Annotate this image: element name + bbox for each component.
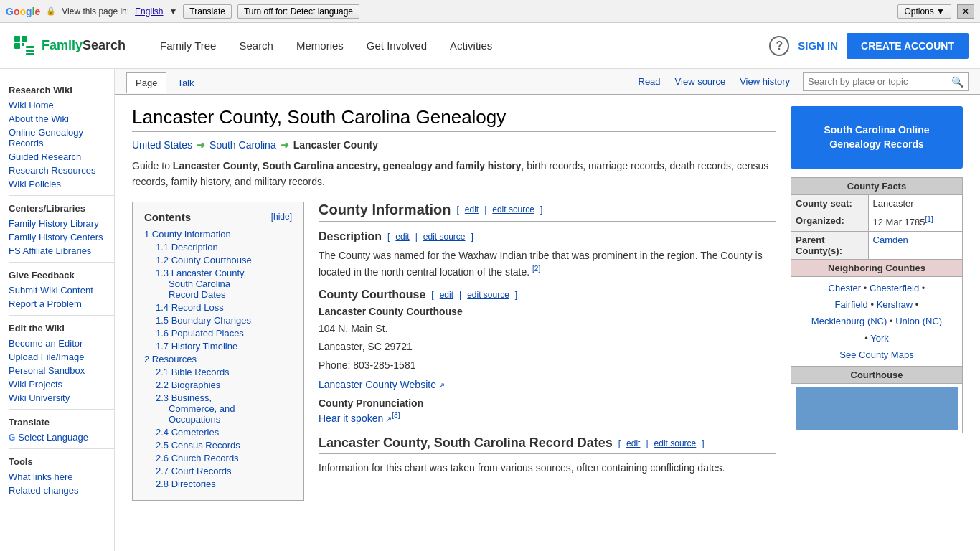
nav-get-involved[interactable]: Get Involved (355, 23, 438, 69)
desc-edit[interactable]: edit (395, 232, 409, 242)
tab-read[interactable]: Read (631, 72, 668, 91)
sidebar-item-about-wiki[interactable]: About the Wiki (9, 113, 114, 124)
turn-off-button[interactable]: Turn off for: Detect language (237, 4, 359, 19)
ch-edit-source[interactable]: edit source (467, 290, 509, 300)
logo-link[interactable]: FamilySearch (11, 33, 126, 59)
rd-edit[interactable]: edit (626, 438, 640, 448)
contents-link-2-3[interactable]: 2.3 Business, Commerce, and Occupations (156, 392, 235, 425)
tab-talk[interactable]: Talk (168, 72, 203, 93)
breadcrumb-sc[interactable]: South Carolina (209, 139, 276, 151)
contents-link-1[interactable]: 1 County Information (144, 229, 231, 240)
translate-bar: Google 🔒 View this page in: English ▼ Tr… (0, 0, 980, 23)
contents-link-2[interactable]: 2 Resources (144, 354, 197, 364)
ch-pipe: | (459, 290, 461, 300)
county-info-edit-source[interactable]: edit source (492, 204, 534, 215)
sidebar-item-become-editor[interactable]: Become an Editor (9, 338, 114, 349)
sidebar-item-wiki-projects[interactable]: Wiki Projects (9, 379, 114, 390)
sidebar-item-wiki-university[interactable]: Wiki University (9, 392, 114, 403)
hear-spoken-link[interactable]: Hear it spoken ↗[3] (319, 413, 400, 424)
breadcrumb-us[interactable]: United States (132, 139, 192, 151)
contents-link-2-4[interactable]: 2.4 Cemeteries (156, 427, 219, 438)
contents-link-1-3[interactable]: 1.3 Lancaster County, South Carolina Rec… (156, 268, 292, 300)
sidebar-item-personal-sandbox[interactable]: Personal Sandbox (9, 365, 114, 376)
county-info-pipe: | (484, 204, 486, 215)
help-button[interactable]: ? (769, 36, 789, 56)
county-info-close-bracket: ] (540, 204, 542, 215)
list-item: 2.1 Bible Records (144, 367, 292, 377)
sidebar-divider-2 (9, 262, 114, 263)
contents-link-2-8[interactable]: 2.8 Directories (156, 479, 216, 489)
sidebar-item-related-changes[interactable]: Related changes (9, 485, 114, 496)
tab-view-source[interactable]: View source (668, 72, 733, 91)
contents-link-2-7[interactable]: 2.7 Court Records (156, 466, 232, 476)
wiki-search-input[interactable] (804, 75, 947, 88)
see-county-maps[interactable]: See County Maps (839, 349, 913, 360)
contents-link-1-4[interactable]: 1.4 Record Loss (156, 302, 224, 313)
neighbor-fairfield[interactable]: Fairfield (835, 299, 868, 310)
neighbor-chester[interactable]: Chester (829, 283, 862, 293)
contents-link-2-2[interactable]: 2.2 Biographies (156, 380, 220, 390)
neighbor-union[interactable]: Union (NC) (895, 316, 942, 326)
contents-link-1-7[interactable]: 1.7 History Timeline (156, 341, 237, 352)
options-button[interactable]: Options ▼ (897, 4, 951, 19)
description-text: The County was named for the Waxhaw Indi… (319, 250, 763, 278)
parent-county-label: Parent County(s): (791, 231, 869, 259)
contents-link-2-5[interactable]: 2.5 Census Records (156, 440, 240, 451)
nav-search[interactable]: Search (227, 23, 285, 69)
list-item: 1.3 Lancaster County, South Carolina Rec… (144, 268, 292, 300)
county-info-edit[interactable]: edit (465, 204, 479, 215)
contents-link-1-2[interactable]: 1.2 County Courthouse (156, 255, 252, 265)
svg-rect-1 (14, 36, 20, 42)
centers-title: Centers/Libraries (9, 203, 114, 214)
nav-memories[interactable]: Memories (285, 23, 355, 69)
contents-link-2-6[interactable]: 2.6 Church Records (156, 453, 239, 463)
create-account-button[interactable]: CREATE ACCOUNT (847, 33, 969, 59)
county-facts-header: County Facts (791, 178, 963, 195)
breadcrumb-current: Lancaster County (293, 139, 378, 151)
rd-edit-source[interactable]: edit source (654, 438, 697, 448)
sc-records-button[interactable]: South Carolina Online Genealogy Records (791, 106, 963, 169)
courthouse-website-link[interactable]: Lancaster County Website ↗ (319, 379, 445, 390)
sidebar-item-wiki-home[interactable]: Wiki Home (9, 100, 114, 110)
ch-edit[interactable]: edit (440, 290, 453, 300)
sidebar-item-fh-centers[interactable]: Family History Centers (9, 232, 114, 242)
tab-view-history[interactable]: View history (732, 72, 797, 91)
sidebar-select-language[interactable]: Select Language (18, 432, 88, 443)
svg-rect-7 (26, 53, 34, 55)
list-item: 1.1 Description (144, 242, 292, 253)
nav-activities[interactable]: Activities (438, 23, 504, 69)
contents-link-1-5[interactable]: 1.5 Boundary Changes (156, 315, 251, 326)
close-translate-button[interactable]: ✕ (957, 4, 974, 19)
contents-link-2-1[interactable]: 2.1 Bible Records (156, 367, 230, 377)
neighbor-york[interactable]: York (870, 333, 889, 344)
translate-button[interactable]: Translate (183, 4, 232, 19)
contents-link-1-6[interactable]: 1.6 Populated Places (156, 328, 244, 339)
description-heading-text: Description (319, 230, 382, 243)
sidebar-item-wiki-policies[interactable]: Wiki Policies (9, 179, 114, 189)
contents-link-1-1[interactable]: 1.1 Description (156, 242, 218, 253)
sidebar-item-report-problem[interactable]: Report a Problem (9, 298, 114, 309)
neighbor-mecklenburg[interactable]: Mecklenburg (NC) (811, 316, 887, 326)
nav-family-tree[interactable]: Family Tree (149, 23, 227, 69)
sidebar-item-fs-affiliate[interactable]: FS Affiliate Libraries (9, 245, 114, 256)
list-item: 2.3 Business, Commerce, and Occupations (144, 392, 292, 425)
language-link[interactable]: English (135, 6, 163, 17)
contents-hide[interactable]: [hide] (271, 212, 292, 222)
neighbor-chesterfield[interactable]: Chesterfield (870, 283, 919, 293)
sidebar-item-what-links[interactable]: What links here (9, 471, 114, 482)
sidebar-item-research-resources[interactable]: Research Resources (9, 165, 114, 176)
sidebar-item-submit-wiki[interactable]: Submit Wiki Content (9, 285, 114, 296)
address-line1: 104 N. Main St. (319, 323, 388, 334)
sidebar-item-fh-library[interactable]: Family History Library (9, 218, 114, 229)
sign-in-button[interactable]: SIGN IN (798, 39, 838, 52)
neighbor-kershaw[interactable]: Kershaw (877, 299, 913, 310)
desc-edit-source[interactable]: edit source (423, 232, 466, 242)
tab-page[interactable]: Page (126, 72, 166, 93)
sidebar-item-online-records[interactable]: Online Genealogy Records (9, 127, 114, 149)
organized-label: Organized: (791, 212, 869, 231)
sidebar-item-upload-file[interactable]: Upload File/Image (9, 352, 114, 362)
parent-county-link[interactable]: Camden (873, 235, 908, 245)
google-logo: Google (6, 6, 40, 17)
sidebar-item-guided-research[interactable]: Guided Research (9, 151, 114, 162)
wiki-search-button[interactable]: 🔍 (947, 76, 968, 88)
